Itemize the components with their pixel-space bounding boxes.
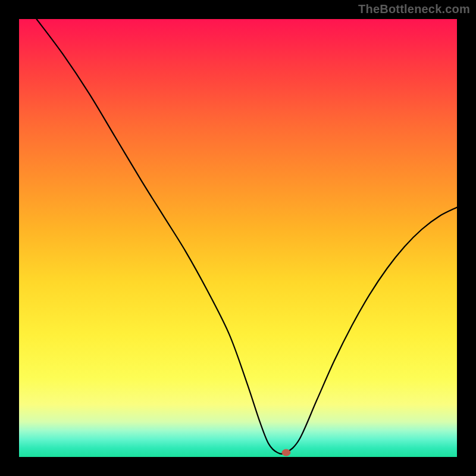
bottleneck-curve [19,19,457,457]
plot-area [19,19,457,457]
curve-path [36,19,457,454]
chart-frame: TheBottleneck.com [0,0,476,476]
attribution-text: TheBottleneck.com [358,2,470,16]
optimal-marker [282,449,290,456]
